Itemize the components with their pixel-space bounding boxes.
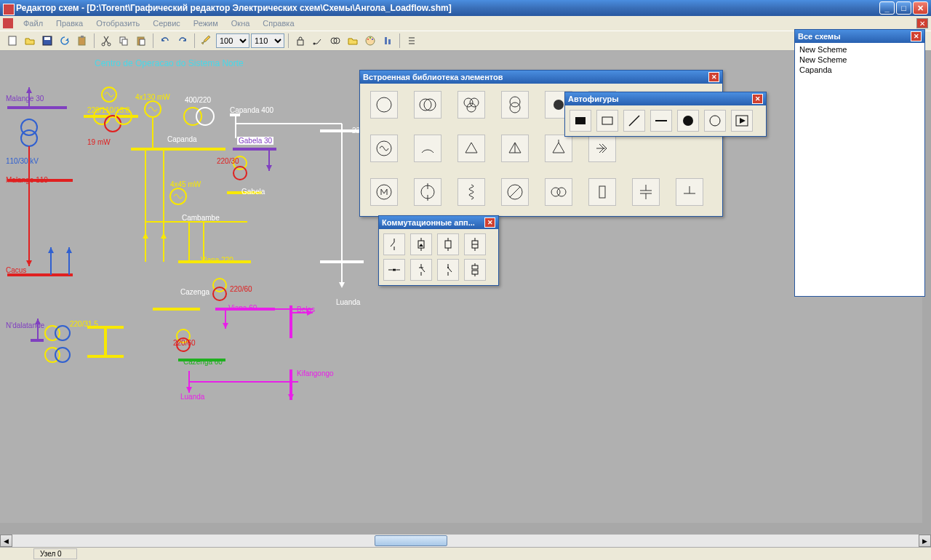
svg-point-42 [105,116,121,132]
scheme-panel-title: Все схемы [798,32,911,41]
palette-library-close[interactable]: ✕ [708,72,719,82]
sw8-icon[interactable] [464,259,486,281]
shape-disc-icon[interactable] [677,110,699,132]
label-220-30: 220/30 [217,157,239,165]
label-ndalatande: N'dalatande [6,321,44,329]
new-button[interactable] [4,33,20,49]
lib-tri-icon[interactable] [457,135,485,162]
maximize-button[interactable]: □ [896,1,911,15]
palette-autoshapes[interactable]: Автофигуры✕ [564,92,767,137]
tool-folder[interactable] [345,33,361,49]
svg-point-61 [233,167,247,180]
lib-arrow-icon[interactable] [588,135,616,162]
lib-coil-icon[interactable] [457,178,485,206]
tool-palette[interactable] [362,33,378,49]
shape-circ-icon[interactable] [704,110,726,132]
lib-2circsmall-icon[interactable] [545,178,572,206]
lib-tridot-icon[interactable] [501,135,529,162]
svg-rect-103 [599,186,605,198]
child-close-button[interactable]: ✕ [916,18,928,28]
lib-gen-icon[interactable] [370,135,398,162]
shape-play-icon[interactable] [731,110,753,132]
svg-rect-3 [79,37,85,45]
refresh-button[interactable] [57,33,73,49]
pencil-tool[interactable] [199,33,215,49]
open-button[interactable] [22,33,38,49]
scheme-item[interactable]: New Scheme [796,55,923,65]
scheme-item[interactable]: Capanda [796,65,923,75]
close-button[interactable]: ✕ [913,1,928,15]
svg-rect-143 [472,265,478,269]
lib-gnd-icon[interactable] [676,178,703,206]
horizontal-scrollbar[interactable]: ◀ ▶ [0,534,931,547]
lib-3circ-icon[interactable] [457,91,485,119]
tool-lock[interactable] [292,33,308,49]
svg-rect-4 [81,36,84,38]
sw1-icon[interactable] [383,233,405,255]
tool-overlap[interactable] [327,33,343,49]
scroll-track[interactable] [12,535,919,547]
save-button[interactable] [39,33,55,49]
svg-rect-111 [602,117,612,124]
tool-align[interactable] [380,33,396,49]
lib-circarrow-icon[interactable] [414,178,441,206]
label-220-31-5: 220/31.5 [70,320,98,328]
palette-library-title: Встроенная библиотека элементов [363,73,708,81]
sw3-icon[interactable] [437,233,459,255]
shape-rect-icon[interactable] [596,110,618,132]
menu-service[interactable]: Сервис [147,17,186,29]
palette-switch-close[interactable]: ✕ [484,217,495,228]
lib-circle-icon[interactable] [370,91,398,119]
paste-special-button[interactable] [74,33,90,49]
zoom-select-1[interactable]: 100 [216,33,249,48]
label-luanda2: Luanda [336,298,360,306]
lib-rect2-icon[interactable] [588,178,616,206]
copy-button[interactable] [116,33,132,49]
svg-rect-10 [140,39,145,45]
lib-cap-icon[interactable] [632,178,660,206]
tool-list[interactable] [404,33,420,49]
sw2-icon[interactable] [410,233,432,255]
svg-point-88 [510,97,520,107]
tool-switch[interactable] [310,33,326,49]
svg-point-6 [108,43,111,46]
menu-edit[interactable]: Правка [50,17,89,29]
lib-halfcirc-icon[interactable] [414,135,441,162]
menu-windows[interactable]: Окна [225,17,256,29]
lib-2circ-icon[interactable] [414,91,441,119]
palette-switch[interactable]: Коммутационные апп...✕ [378,215,499,286]
lib-circdiag-icon[interactable] [501,178,529,206]
paste-button[interactable] [133,33,149,49]
undo-button[interactable] [157,33,173,49]
shape-rect-fill-icon[interactable] [570,110,591,132]
redo-button[interactable] [175,33,191,49]
toolbar: 100 110 [0,31,931,51]
scroll-right-icon[interactable]: ▶ [919,535,931,547]
menu-file[interactable]: Файл [17,17,49,29]
scheme-panel-close[interactable]: ✕ [911,31,922,41]
menu-view[interactable]: Отобразить [90,17,145,29]
scheme-item[interactable]: New Scheme [796,44,923,55]
sw6-icon[interactable] [410,259,432,281]
minimize-button[interactable]: _ [879,1,895,15]
sw5-icon[interactable] [383,259,405,281]
scroll-left-icon[interactable]: ◀ [0,535,12,547]
shape-diag-icon[interactable] [623,110,645,132]
scheme-panel[interactable]: Все схемы✕ New Scheme New Scheme Capanda [794,29,925,297]
palette-autoshapes-close[interactable]: ✕ [752,94,763,104]
sw4-icon[interactable] [464,233,486,255]
sw7-icon[interactable] [437,259,459,281]
menu-help[interactable]: Справка [257,17,300,29]
cut-button[interactable] [98,33,114,49]
zoom-select-2[interactable]: 110 [251,33,284,48]
scroll-thumb[interactable] [375,535,447,546]
window-title: Редактор схем - [D:\Torent\Графический р… [3,3,879,13]
shape-line-icon[interactable] [650,110,672,132]
lib-motor-icon[interactable] [370,178,398,206]
svg-rect-144 [472,271,478,274]
menu-mode[interactable]: Режим [188,17,224,29]
canvas-area[interactable]: Centro de Operacao do Sistema Norte [0,51,931,534]
lib-tri2-icon[interactable] [545,135,572,162]
svg-point-133 [394,269,396,271]
lib-2circv-icon[interactable] [501,91,529,119]
